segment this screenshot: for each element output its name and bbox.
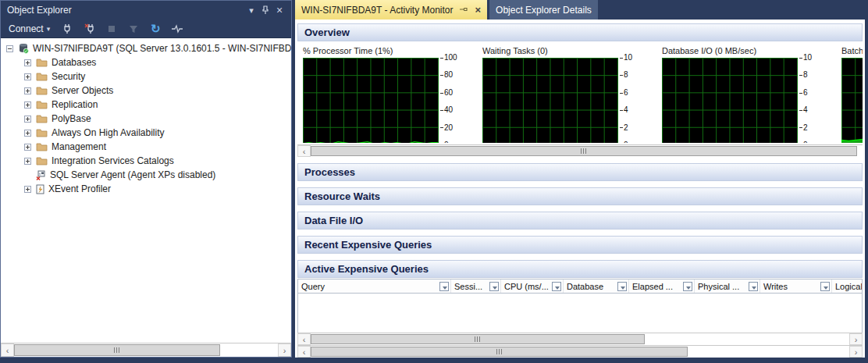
tree-item-management[interactable]: Management xyxy=(1,140,291,154)
scroll-grip-icon xyxy=(581,148,587,154)
chart-waiting-tasks: Waiting Tasks (0) 1086420 xyxy=(482,46,642,143)
queries-table-hscrollbar[interactable]: ‹ › xyxy=(297,333,863,345)
processor-time-plot xyxy=(303,58,439,143)
section-label: Recent Expensive Queries xyxy=(304,239,432,251)
column-header-logical[interactable]: Logical ... xyxy=(832,279,863,293)
expand-icon[interactable] xyxy=(24,144,31,151)
tree-item-polybase[interactable]: PolyBase xyxy=(1,112,291,126)
scroll-track[interactable] xyxy=(311,333,849,345)
scroll-left-icon[interactable]: ‹ xyxy=(1,343,14,357)
chevron-down-icon: ▾ xyxy=(47,25,51,33)
window-position-icon[interactable]: ▾ xyxy=(244,4,258,16)
section-processes[interactable]: Processes xyxy=(297,163,863,181)
tree-item-sql-server-agent[interactable]: SQL Server Agent (Agent XPs disabled) xyxy=(1,168,291,182)
scroll-grip-icon xyxy=(475,336,481,342)
filter-dropdown-icon[interactable] xyxy=(552,282,561,291)
scroll-right-icon[interactable]: › xyxy=(849,346,863,358)
expand-icon[interactable] xyxy=(24,101,31,109)
y-axis-ticks: 1086420 xyxy=(798,54,812,143)
waiting-tasks-plot xyxy=(482,58,618,143)
expand-icon[interactable] xyxy=(24,59,31,66)
object-explorer-panel: Object Explorer ▾ × Connect ▾ ↻ xyxy=(0,0,292,358)
document-tabbar: WIN-SI7NIFBDA9T - Activity Monitor × Obj… xyxy=(295,0,868,20)
tree-item-server-objects[interactable]: Server Objects xyxy=(1,84,291,98)
tree-item-integration-services[interactable]: Integration Services Catalogs xyxy=(1,154,291,168)
scroll-right-icon[interactable]: › xyxy=(849,333,863,345)
scroll-track[interactable] xyxy=(14,343,278,357)
tree-item-databases[interactable]: Databases xyxy=(1,55,291,69)
scroll-left-icon[interactable]: ‹ xyxy=(297,346,311,358)
section-overview[interactable]: Overview xyxy=(297,23,863,41)
close-icon[interactable]: × xyxy=(475,4,481,16)
tab-label: WIN-SI7NIFBDA9T - Activity Monitor xyxy=(301,5,453,16)
scroll-left-icon[interactable]: ‹ xyxy=(297,333,311,345)
object-explorer-toolbar: Connect ▾ ↻ xyxy=(1,20,291,38)
folder-icon xyxy=(36,114,48,123)
filter-dropdown-icon[interactable] xyxy=(820,282,830,291)
scroll-thumb[interactable] xyxy=(311,347,688,357)
column-header-session[interactable]: Sessi... xyxy=(451,279,501,293)
scroll-right-icon[interactable]: › xyxy=(278,343,291,357)
column-header-physical[interactable]: Physical ... xyxy=(695,279,760,293)
tab-object-explorer-details[interactable]: Object Explorer Details xyxy=(489,0,598,20)
collapse-icon[interactable] xyxy=(6,45,13,52)
scroll-grip-icon xyxy=(114,347,120,353)
y-axis-ticks: 100806040200 xyxy=(439,54,457,143)
column-header-elapsed[interactable]: Elapsed ... xyxy=(629,279,695,293)
filter-dropdown-icon[interactable] xyxy=(617,282,627,291)
tree-item-security[interactable]: Security xyxy=(1,69,291,84)
filter-dropdown-icon[interactable] xyxy=(489,282,499,291)
y-axis-ticks: 1086420 xyxy=(618,54,632,143)
pin-icon[interactable] xyxy=(258,4,272,16)
column-header-writes[interactable]: Writes xyxy=(760,279,832,293)
queries-table-body[interactable] xyxy=(297,294,863,333)
column-header-query[interactable]: Query xyxy=(298,279,451,293)
scroll-track[interactable] xyxy=(311,346,849,358)
tab-activity-monitor[interactable]: WIN-SI7NIFBDA9T - Activity Monitor × xyxy=(295,0,487,20)
expand-icon[interactable] xyxy=(24,73,31,80)
column-header-database[interactable]: Database xyxy=(564,279,629,293)
expand-icon[interactable] xyxy=(24,186,31,193)
tree-item-xevent-profiler[interactable]: XEvent Profiler xyxy=(1,182,291,196)
scroll-thumb[interactable] xyxy=(311,334,645,344)
scroll-track[interactable] xyxy=(311,145,863,157)
filter-dropdown-icon[interactable] xyxy=(683,282,692,291)
overview-hscrollbar[interactable]: ‹ xyxy=(297,144,863,157)
connect-button[interactable]: Connect ▾ xyxy=(5,22,53,36)
connect-object-icon[interactable] xyxy=(61,22,75,36)
filter-dropdown-icon[interactable] xyxy=(749,282,758,291)
batch-requests-plot xyxy=(841,58,863,143)
section-label: Processes xyxy=(304,166,355,178)
close-icon[interactable]: × xyxy=(272,4,286,16)
refresh-icon[interactable]: ↻ xyxy=(148,22,162,36)
expand-icon[interactable] xyxy=(24,158,31,165)
section-label: Overview xyxy=(304,27,350,38)
folder-icon xyxy=(36,100,48,109)
activity-monitor-icon[interactable] xyxy=(170,22,184,36)
chart-database-io: Database I/O (0 MB/sec) 1086420 xyxy=(662,46,821,143)
scroll-thumb[interactable] xyxy=(311,146,857,156)
tree-item-always-on[interactable]: Always On High Availability xyxy=(1,126,291,140)
section-active-expensive-queries[interactable]: Active Expensive Queries xyxy=(297,260,863,278)
section-resource-waits[interactable]: Resource Waits xyxy=(297,187,863,205)
filter-dropdown-icon[interactable] xyxy=(439,282,449,291)
tab-label: Object Explorer Details xyxy=(496,5,592,16)
scroll-thumb[interactable] xyxy=(14,344,220,356)
disconnect-object-icon[interactable] xyxy=(83,22,97,36)
section-data-file-io[interactable]: Data File I/O xyxy=(297,212,863,230)
section-recent-expensive-queries[interactable]: Recent Expensive Queries xyxy=(297,236,863,254)
document-hscrollbar[interactable]: ‹ › xyxy=(297,345,863,358)
tree-item-server[interactable]: WIN-SI7NIFBDA9T (SQL Server 13.0.1601.5 … xyxy=(1,41,291,55)
column-header-cpu[interactable]: CPU (ms/... xyxy=(501,279,564,293)
section-label: Active Expensive Queries xyxy=(304,263,429,275)
scroll-left-icon[interactable]: ‹ xyxy=(297,145,311,157)
document-panel: WIN-SI7NIFBDA9T - Activity Monitor × Obj… xyxy=(295,0,868,358)
tree-item-replication[interactable]: Replication xyxy=(1,98,291,112)
expand-icon[interactable] xyxy=(24,130,31,137)
expand-icon[interactable] xyxy=(24,116,31,123)
filter-icon xyxy=(126,22,141,36)
object-explorer-hscrollbar[interactable]: ‹ › xyxy=(1,343,291,357)
expand-icon[interactable] xyxy=(24,87,31,94)
pin-icon[interactable] xyxy=(459,6,468,14)
object-explorer-tree: WIN-SI7NIFBDA9T (SQL Server 13.0.1601.5 … xyxy=(1,38,291,343)
